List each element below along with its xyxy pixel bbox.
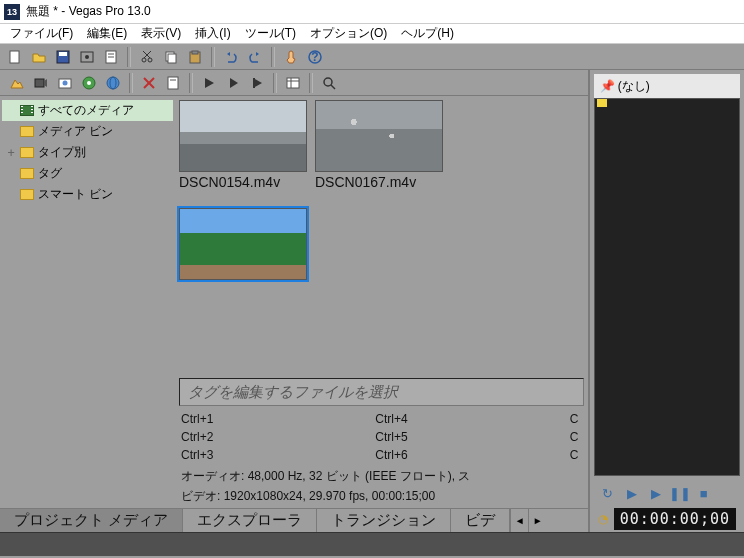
svg-rect-13 (168, 54, 176, 63)
clock-icon: ◔ (598, 512, 608, 526)
play-button[interactable] (222, 72, 244, 94)
svg-rect-18 (35, 79, 44, 87)
project-media-toolbar (0, 70, 588, 96)
dock-tabs: プロジェクト メディア エクスプローラ トランジション ビデ ◄ ► (0, 508, 588, 532)
svg-rect-15 (192, 51, 198, 54)
toolbar-separator (271, 47, 275, 67)
menubar: ファイル(F) 編集(E) 表示(V) 挿入(I) ツール(T) オプション(O… (0, 24, 744, 44)
preview-viewport[interactable] (594, 98, 740, 476)
svg-rect-29 (253, 78, 255, 88)
toolbar-separator (309, 73, 313, 93)
svg-line-10 (144, 51, 151, 58)
help-icon[interactable]: ? (304, 46, 326, 68)
svg-point-20 (63, 80, 68, 85)
media-properties-button[interactable] (162, 72, 184, 94)
tag-editor[interactable]: タグを編集するファイルを選択 (179, 378, 584, 406)
tree-label: タイプ別 (38, 144, 86, 161)
media-thumb[interactable] (179, 208, 309, 282)
tree-label: タグ (38, 165, 62, 182)
thumb-image (179, 208, 307, 280)
tree-item-media-bin[interactable]: メディア ビン (2, 121, 173, 142)
svg-line-34 (331, 85, 335, 89)
play-start-button[interactable] (198, 72, 220, 94)
tree-item-tags[interactable]: タグ (2, 163, 173, 184)
svg-rect-30 (287, 78, 299, 88)
paste-button[interactable] (184, 46, 206, 68)
render-button[interactable] (76, 46, 98, 68)
shortcut-label: Ctrl+2 (181, 430, 375, 444)
menu-tools[interactable]: ツール(T) (239, 23, 302, 44)
menu-insert[interactable]: 挿入(I) (189, 23, 236, 44)
media-thumb[interactable]: DSCN0167.m4v (315, 100, 445, 190)
save-button[interactable] (52, 46, 74, 68)
tab-scroll-left[interactable]: ◄ (510, 509, 528, 532)
undo-button[interactable] (220, 46, 242, 68)
tree-item-by-type[interactable]: +タイプ別 (2, 142, 173, 163)
shortcut-label: C (570, 430, 582, 444)
loop-button[interactable]: ↻ (598, 484, 618, 502)
shortcut-label: Ctrl+5 (375, 430, 569, 444)
extract-audio-button[interactable] (78, 72, 100, 94)
tree-item-all-media[interactable]: すべてのメディア (2, 100, 173, 121)
remove-media-button[interactable] (138, 72, 160, 94)
svg-rect-0 (10, 51, 19, 63)
import-media-button[interactable] (6, 72, 28, 94)
redo-button[interactable] (244, 46, 266, 68)
tree-item-smart-bin[interactable]: スマート ビン (2, 184, 173, 205)
stop-button[interactable] (246, 72, 268, 94)
new-project-button[interactable] (4, 46, 26, 68)
toolbar-separator (189, 73, 193, 93)
video-info: ビデオ: 1920x1080x24, 29.970 fps, 00:00:15;… (181, 486, 582, 506)
thumb-image (315, 100, 443, 172)
shortcut-label: C (570, 448, 582, 462)
thumbnail-area[interactable]: DSCN0154.m4v DSCN0167.m4v (175, 96, 588, 374)
svg-point-22 (87, 81, 91, 85)
menu-file[interactable]: ファイル(F) (4, 23, 79, 44)
play-button[interactable]: ▶ (646, 484, 666, 502)
get-web-button[interactable] (102, 72, 124, 94)
transport-controls: ↻ ▶ ▶ ❚❚ ■ (590, 480, 744, 506)
properties-button[interactable] (100, 46, 122, 68)
get-photo-button[interactable] (54, 72, 76, 94)
menu-options[interactable]: オプション(O) (304, 23, 393, 44)
open-button[interactable] (28, 46, 50, 68)
main-toolbar: ? (0, 44, 744, 70)
cut-button[interactable] (136, 46, 158, 68)
preview-panel: 📌 (なし) ↻ ▶ ▶ ❚❚ ■ ◔ 00:00:00;00 (590, 70, 744, 532)
tab-video-fx[interactable]: ビデ (451, 509, 510, 532)
svg-point-23 (107, 77, 119, 89)
tab-transitions[interactable]: トランジション (317, 509, 451, 532)
menu-edit[interactable]: 編集(E) (81, 23, 133, 44)
media-thumb[interactable]: DSCN0154.m4v (179, 100, 309, 190)
menu-view[interactable]: 表示(V) (135, 23, 187, 44)
capture-video-button[interactable] (30, 72, 52, 94)
play-from-start-button[interactable]: ▶ (622, 484, 642, 502)
audio-info: オーディオ: 48,000 Hz, 32 ビット (IEEE フロート), ス (181, 466, 582, 486)
svg-point-9 (148, 58, 152, 62)
views-button[interactable] (282, 72, 304, 94)
preview-list-label: (なし) (618, 78, 650, 95)
shortcut-grid: Ctrl+1Ctrl+4C Ctrl+2Ctrl+5C Ctrl+3Ctrl+6… (175, 410, 588, 466)
shortcut-label: Ctrl+3 (181, 448, 375, 462)
pause-button[interactable]: ❚❚ (670, 484, 690, 502)
search-button[interactable] (318, 72, 340, 94)
shortcut-label: Ctrl+4 (375, 412, 569, 426)
tab-explorer[interactable]: エクスプローラ (183, 509, 317, 532)
shortcut-label: Ctrl+1 (181, 412, 375, 426)
folder-icon (20, 126, 34, 137)
titlebar: 13 無題 * - Vegas Pro 13.0 (0, 0, 744, 24)
menu-help[interactable]: ヘルプ(H) (395, 23, 460, 44)
copy-button[interactable] (160, 46, 182, 68)
thumb-label: DSCN0167.m4v (315, 174, 445, 190)
timecode-display[interactable]: 00:00:00;00 (614, 508, 736, 530)
toolbar-separator (127, 47, 131, 67)
tab-project-media[interactable]: プロジェクト メディア (0, 509, 183, 532)
pin-icon[interactable]: 📌 (600, 79, 614, 93)
expand-icon[interactable]: + (6, 146, 16, 160)
marker-icon (597, 99, 607, 107)
tab-scroll-right[interactable]: ► (528, 509, 546, 532)
stop-button[interactable]: ■ (694, 484, 714, 502)
touch-button[interactable] (280, 46, 302, 68)
timeline-area[interactable] (0, 532, 744, 556)
media-tree[interactable]: すべてのメディア メディア ビン +タイプ別 タグ スマート ビン (0, 96, 175, 508)
